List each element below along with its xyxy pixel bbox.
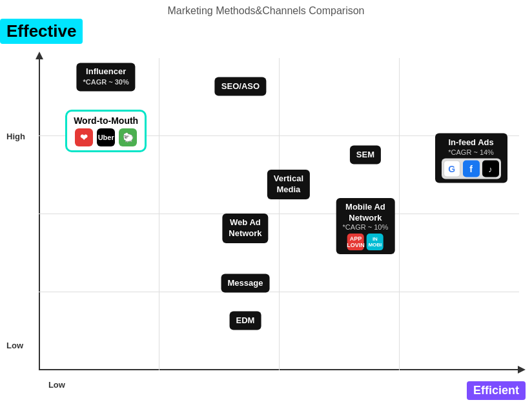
x-axis-arrow xyxy=(518,366,526,374)
infeed-sub: *CAGR ~ 14% xyxy=(442,148,501,156)
applovin-icon: APPLOVIN xyxy=(347,234,364,251)
vertical-media-label: VerticalMedia xyxy=(267,170,310,199)
word-to-mouth-item: Word-to-Mouth ❤ Uber 🐑 xyxy=(65,110,147,152)
x-low-label: Low xyxy=(48,380,65,390)
web-ad-network-item: Web AdNetwork xyxy=(222,214,268,243)
wtm-icons: ❤ Uber 🐑 xyxy=(74,128,138,146)
grid-v-3 xyxy=(399,58,400,370)
sem-label: SEM xyxy=(350,146,381,165)
edm-label: EDM xyxy=(229,311,261,330)
grid-v-1 xyxy=(159,58,159,370)
mobile-ad-network-item: Mobile AdNetwork *CAGR ~ 10% APPLOVIN IN… xyxy=(336,198,395,255)
influencer-sub: *CAGR ~ 30% xyxy=(83,78,129,87)
seo-aso-label: SEO/ASO xyxy=(215,77,266,95)
mobile-ad-logos: APPLOVIN INMOBI xyxy=(343,234,389,251)
infeed-ads-item: In-feed Ads *CAGR ~ 14% G f ♪ xyxy=(435,134,507,183)
grid-v-2 xyxy=(279,58,280,370)
uber-icon: Uber xyxy=(97,128,115,146)
mobile-ad-sub: *CAGR ~ 10% xyxy=(343,224,389,232)
influencer-label: Influencer xyxy=(83,67,129,78)
sem-item: SEM xyxy=(350,146,381,165)
efficient-label: Efficient xyxy=(467,381,526,400)
infeed-label: In-feed Ads xyxy=(442,137,501,148)
wtm-label: Word-to-Mouth xyxy=(74,115,138,126)
facebook-icon: f xyxy=(463,161,480,177)
message-label: Message xyxy=(221,274,269,292)
seo-aso-item: SEO/ASO xyxy=(215,77,266,95)
vertical-media-item: VerticalMedia xyxy=(267,170,310,199)
message-item: Message xyxy=(221,274,269,292)
edm-item: EDM xyxy=(229,311,261,330)
y-low-label: Low xyxy=(6,341,23,350)
effective-label: Effective xyxy=(0,19,83,44)
y-high-label: High xyxy=(6,132,25,141)
web-ad-network-label: Web AdNetwork xyxy=(222,214,268,243)
chart-title: Marketing Methods&Channels Comparison xyxy=(0,0,532,17)
y-axis-arrow xyxy=(36,52,43,59)
chart-area: High Low Low High Influencer *CAGR ~ 30%… xyxy=(39,58,519,370)
infeed-logos: G f ♪ xyxy=(442,159,501,179)
y-axis xyxy=(39,58,40,370)
sheep-icon: 🐑 xyxy=(119,128,137,146)
inmobi-icon: INMOBI xyxy=(367,234,384,251)
heart-icon: ❤ xyxy=(75,128,93,146)
mobile-ad-label: Mobile AdNetwork xyxy=(343,202,389,224)
influencer-item: Influencer *CAGR ~ 30% xyxy=(77,63,136,91)
google-icon: G xyxy=(444,161,460,177)
tiktok-icon: ♪ xyxy=(482,161,499,177)
